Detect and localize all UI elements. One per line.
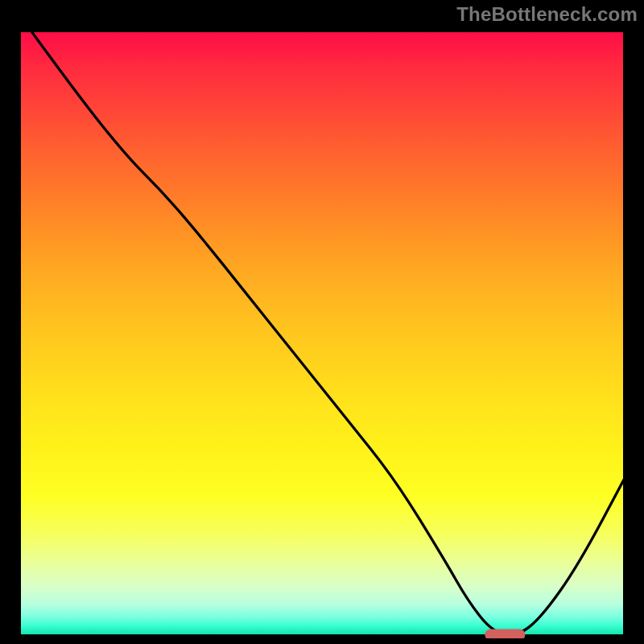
optimal-range-marker bbox=[485, 629, 525, 638]
chart-overlay bbox=[17, 28, 627, 638]
watermark-label: TheBottleneck.com bbox=[456, 3, 638, 26]
bottleneck-curve bbox=[29, 28, 627, 635]
chart-container: TheBottleneck.com bbox=[0, 0, 644, 644]
